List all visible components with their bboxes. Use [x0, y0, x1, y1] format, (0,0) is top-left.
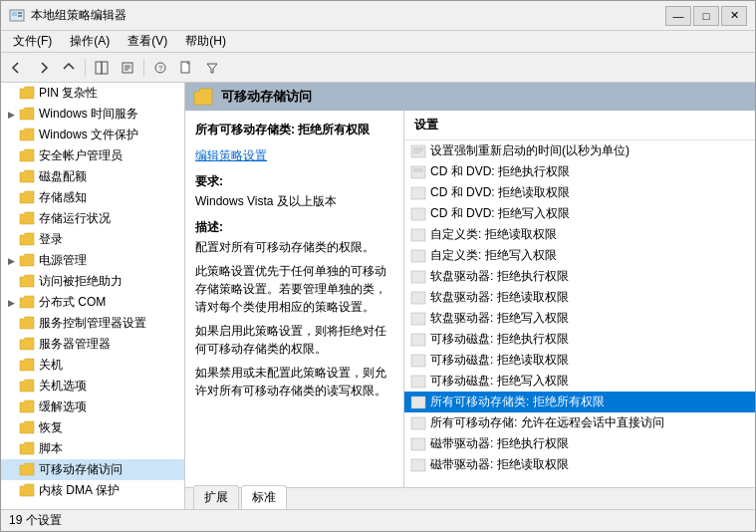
expand-icon: [5, 464, 17, 476]
settings-item-icon: [410, 395, 426, 410]
settings-item-6[interactable]: 软盘驱动器: 拒绝执行权限: [404, 266, 755, 287]
settings-item-icon: [410, 143, 426, 159]
svg-rect-26: [411, 313, 425, 325]
status-bar: 19 个设置: [1, 509, 755, 531]
expand-icon: [5, 422, 17, 434]
sidebar-item-login[interactable]: 登录: [1, 229, 184, 250]
expand-icon: [5, 443, 17, 455]
settings-item-8[interactable]: 软盘驱动器: 拒绝写入权限: [404, 308, 755, 329]
sidebar-item-com[interactable]: ▶ 分布式 COM: [1, 292, 184, 313]
sidebar-item-storage[interactable]: 存储感知: [1, 187, 184, 208]
sidebar-label: 恢复: [39, 419, 63, 436]
right-header-title: 可移动存储访问: [221, 88, 312, 106]
new-button[interactable]: [174, 57, 198, 79]
settings-item-10[interactable]: 可移动磁盘: 拒绝读取权限: [404, 350, 755, 371]
settings-item-icon: [410, 374, 426, 390]
settings-item-15[interactable]: 磁带驱动器: 拒绝读取权限: [404, 454, 755, 475]
maximize-button[interactable]: □: [693, 6, 719, 26]
svg-rect-25: [411, 292, 425, 304]
sidebar-item-removable[interactable]: 可移动存储访问: [1, 459, 184, 480]
expand-icon: [5, 213, 17, 225]
sidebar-label: 可移动存储访问: [39, 461, 123, 478]
settings-item-icon: [410, 332, 426, 348]
folder-icon: [19, 337, 35, 353]
sidebar-item-power[interactable]: ▶ 电源管理: [1, 250, 184, 271]
filter-button[interactable]: [200, 57, 224, 79]
settings-item-5[interactable]: 自定义类: 拒绝写入权限: [404, 245, 755, 266]
menu-action[interactable]: 操作(A): [62, 31, 118, 52]
sidebar-label: 存储运行状况: [39, 210, 111, 227]
sidebar-item-file-protect[interactable]: Windows 文件保护: [1, 125, 184, 145]
settings-item-1[interactable]: CD 和 DVD: 拒绝执行权限: [404, 161, 755, 182]
svg-rect-33: [411, 459, 425, 471]
close-button[interactable]: ✕: [721, 6, 747, 26]
settings-item-7[interactable]: 软盘驱动器: 拒绝读取权限: [404, 287, 755, 308]
tab-standard[interactable]: 标准: [241, 485, 287, 509]
settings-panel: 设置 设置强制重新启动的时间(以秒为单位) CD 和 DVD: 拒绝执行权限: [404, 111, 755, 487]
svg-text:?: ?: [158, 64, 163, 73]
minimize-button[interactable]: —: [665, 6, 691, 26]
menu-view[interactable]: 查看(V): [120, 31, 175, 52]
sidebar-item-pin[interactable]: PIN 复杂性: [1, 83, 184, 104]
settings-item-12[interactable]: 所有可移动存储类: 拒绝所有权限: [404, 392, 755, 412]
sidebar-label: 服务控制管理器设置: [39, 315, 146, 332]
menu-file[interactable]: 文件(F): [5, 31, 60, 52]
help-button[interactable]: ?: [148, 57, 172, 79]
tab-expand[interactable]: 扩展: [193, 485, 239, 509]
expand-icon: [5, 401, 17, 413]
expand-icon: [5, 276, 17, 288]
sidebar-label: 磁盘配额: [39, 168, 87, 185]
sidebar-item-time[interactable]: ▶ Windows 时间服务: [1, 104, 184, 125]
settings-item-14[interactable]: 磁带驱动器: 拒绝执行权限: [404, 433, 755, 454]
sidebar-label: 登录: [39, 231, 63, 248]
sidebar-item-dma[interactable]: 内核 DMA 保护: [1, 480, 184, 501]
sidebar-item-security[interactable]: 安全帐户管理员: [1, 145, 184, 166]
settings-item-label: 磁带驱动器: 拒绝读取权限: [430, 456, 569, 473]
sidebar-item-scm[interactable]: 服务控制管理器设置: [1, 313, 184, 334]
sidebar-item-storage-health[interactable]: 存储运行状况: [1, 208, 184, 229]
window-title: 本地组策略编辑器: [31, 7, 126, 24]
settings-item-0[interactable]: 设置强制重新启动的时间(以秒为单位): [404, 140, 755, 161]
settings-item-3[interactable]: CD 和 DVD: 拒绝写入权限: [404, 203, 755, 224]
up-button[interactable]: [57, 57, 81, 79]
folder-icon: [19, 295, 35, 311]
sidebar-item-shutdown[interactable]: 关机: [1, 355, 184, 376]
menu-help[interactable]: 帮助(H): [177, 31, 234, 52]
folder-icon: [19, 107, 35, 123]
settings-item-2[interactable]: CD 和 DVD: 拒绝读取权限: [404, 182, 755, 203]
settings-item-label: 软盘驱动器: 拒绝写入权限: [430, 310, 569, 327]
settings-item-icon: [410, 311, 426, 327]
svg-rect-3: [18, 15, 22, 17]
expand-icon: [5, 339, 17, 351]
settings-item-icon: [410, 164, 426, 180]
sidebar-item-disk[interactable]: 磁盘配额: [1, 166, 184, 187]
settings-item-11[interactable]: 可移动磁盘: 拒绝写入权限: [404, 371, 755, 392]
svg-rect-22: [411, 229, 425, 241]
sidebar-item-scripts[interactable]: 脚本: [1, 438, 184, 459]
show-hide-button[interactable]: [90, 57, 114, 79]
settings-item-13[interactable]: 所有可移动存储: 允许在远程会话中直接访问: [404, 412, 755, 433]
folder-icon: [19, 379, 35, 395]
edit-policy-link[interactable]: 编辑策略设置: [195, 148, 267, 162]
expand-icon: [5, 381, 17, 393]
settings-item-4[interactable]: 自定义类: 拒绝读取权限: [404, 224, 755, 245]
settings-item-icon: [410, 457, 426, 473]
settings-item-label: 设置强制重新启动的时间(以秒为单位): [430, 142, 630, 159]
properties-button[interactable]: [116, 57, 139, 79]
folder-icon: [19, 420, 35, 436]
desc-note3: 如果禁用或未配置此策略设置，则允许对所有可移动存储类的读写权限。: [195, 364, 393, 399]
sidebar-item-mitigation[interactable]: 缓解选项: [1, 397, 184, 417]
sidebar-item-access-denied[interactable]: 访问被拒绝助力: [1, 271, 184, 292]
svg-rect-2: [18, 12, 22, 14]
sidebar-item-shutdown-options[interactable]: 关机选项: [1, 376, 184, 397]
sidebar-item-recover[interactable]: 恢复: [1, 417, 184, 438]
sidebar-label: 关机选项: [39, 378, 87, 395]
settings-item-label: 可移动磁盘: 拒绝读取权限: [430, 352, 569, 369]
sidebar-item-server-manager[interactable]: 服务器管理器: [1, 334, 184, 355]
back-button[interactable]: [5, 57, 29, 79]
expand-icon: [5, 171, 17, 183]
settings-item-9[interactable]: 可移动磁盘: 拒绝执行权限: [404, 329, 755, 350]
sidebar-label: Windows 时间服务: [39, 106, 138, 123]
forward-button[interactable]: [31, 57, 55, 79]
sidebar-label: 电源管理: [39, 252, 87, 269]
